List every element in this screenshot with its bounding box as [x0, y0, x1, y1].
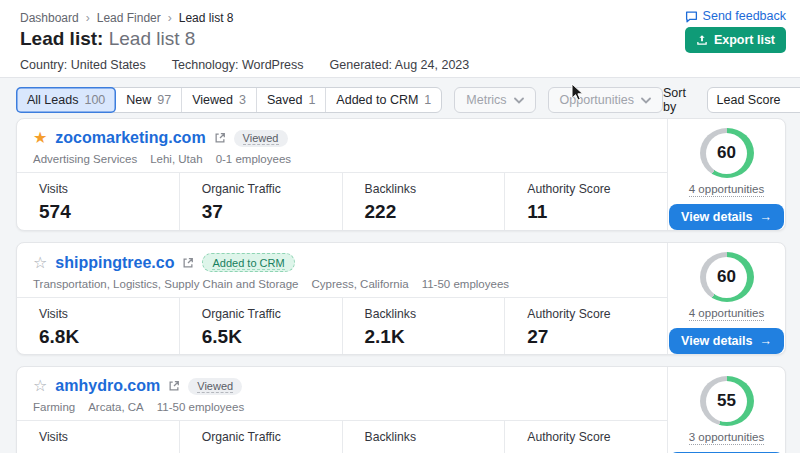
opportunities-link[interactable]: 3 opportunities — [689, 431, 764, 445]
lead-domain-link[interactable]: amhydro.com — [55, 377, 160, 395]
lead-score-value: 60 — [706, 257, 747, 298]
lead-card-list: ★ zocomarketing.com Viewed Advertising S… — [16, 118, 786, 453]
metric-label: Organic Traffic — [202, 307, 342, 321]
status-badge: Viewed — [234, 130, 288, 147]
tab-viewed-count: 3 — [239, 93, 246, 107]
send-feedback-link[interactable]: Send feedback — [685, 9, 786, 23]
lead-card-main: ★ zocomarketing.com Viewed Advertising S… — [17, 119, 667, 230]
lead-score-donut: 60 — [700, 128, 754, 178]
metric-organic-traffic: Organic Traffic — [179, 421, 342, 453]
sort-select[interactable]: Lead Score — [707, 87, 800, 113]
lead-info: Farming Arcata, CA 11-50 employees — [33, 401, 651, 413]
opportunities-dropdown-label: Opportunities — [560, 93, 634, 107]
metrics-dropdown[interactable]: Metrics — [454, 87, 535, 113]
lead-metrics-row: Visits 6.8K Organic Traffic 6.5K Backlin… — [17, 297, 667, 354]
lead-score-panel: 60 4 opportunities View details → — [667, 243, 785, 354]
metric-organic-traffic: Organic Traffic 6.5K — [179, 298, 342, 354]
tab-saved-label: Saved — [267, 93, 302, 107]
lead-card: ☆ amhydro.com Viewed Farming Arcata, CA … — [16, 366, 786, 453]
lead-score-value: 55 — [706, 381, 747, 422]
filter-toolbar: All Leads 100 New 97 Viewed 3 Saved 1 Ad… — [16, 87, 786, 113]
opportunities-link[interactable]: 4 opportunities — [689, 307, 764, 321]
arrow-right-icon: → — [759, 334, 772, 348]
meta-country: Country: United States — [20, 58, 146, 72]
send-feedback-label: Send feedback — [703, 9, 786, 23]
lead-finder-screen: Dashboard › Lead Finder › Lead list 8 Se… — [0, 0, 800, 453]
breadcrumb-separator: › — [86, 11, 90, 25]
page-title: Lead list: Lead list 8 — [20, 28, 195, 50]
lead-metrics-row: Visits 574 Organic Traffic 37 Backlinks … — [17, 172, 667, 230]
lead-domain-link[interactable]: shippingtree.co — [55, 254, 174, 272]
lead-employees: 0-1 employees — [216, 153, 291, 165]
page-title-value: Lead list 8 — [109, 28, 196, 49]
metric-label: Organic Traffic — [202, 430, 342, 444]
tab-added-to-crm[interactable]: Added to CRM 1 — [326, 88, 441, 112]
feedback-bubble-icon — [685, 10, 698, 23]
star-filled-icon[interactable]: ★ — [33, 130, 47, 146]
external-link-icon[interactable] — [182, 257, 194, 269]
tab-all-leads-count: 100 — [84, 93, 105, 107]
lead-score-donut: 60 — [700, 252, 754, 302]
metric-authority-score: Authority Score 27 — [504, 298, 667, 354]
breadcrumb-dashboard[interactable]: Dashboard — [20, 11, 79, 25]
external-link-icon[interactable] — [168, 380, 180, 392]
view-details-button[interactable]: View details → — [669, 328, 784, 354]
metric-organic-traffic: Organic Traffic 37 — [179, 173, 342, 230]
lead-status-tabs: All Leads 100 New 97 Viewed 3 Saved 1 Ad… — [16, 87, 442, 113]
metric-value: 6.5K — [202, 326, 342, 348]
meta-generated: Generated: Aug 24, 2023 — [330, 58, 470, 72]
metric-authority-score: Authority Score — [504, 421, 667, 453]
tab-new-count: 97 — [157, 93, 171, 107]
export-list-button[interactable]: Export list — [685, 27, 786, 53]
metric-label: Authority Score — [527, 430, 667, 444]
star-outline-icon[interactable]: ☆ — [33, 378, 47, 394]
metric-label: Visits — [39, 182, 179, 196]
lead-employees: 11-50 employees — [422, 278, 509, 290]
external-link-icon[interactable] — [214, 132, 226, 144]
status-badge: Added to CRM — [202, 253, 294, 272]
breadcrumb-lead-finder[interactable]: Lead Finder — [97, 11, 161, 25]
tab-added-to-crm-count: 1 — [424, 93, 431, 107]
meta-technology: Technology: WordPress — [172, 58, 304, 72]
metric-value: 11 — [527, 201, 667, 223]
lead-domain-link[interactable]: zocomarketing.com — [55, 129, 205, 147]
tab-saved[interactable]: Saved 1 — [257, 88, 326, 112]
opportunities-dropdown[interactable]: Opportunities — [548, 87, 663, 113]
star-outline-icon[interactable]: ☆ — [33, 255, 47, 271]
status-badge: Viewed — [188, 378, 242, 395]
metrics-dropdown-label: Metrics — [466, 93, 506, 107]
arrow-right-icon: → — [759, 210, 772, 224]
lead-metrics-row: Visits Organic Traffic Backlinks Authori… — [17, 420, 667, 453]
lead-score-panel: 60 4 opportunities View details → — [667, 119, 785, 230]
tab-viewed[interactable]: Viewed 3 — [182, 88, 257, 112]
view-details-label: View details — [681, 334, 752, 348]
view-details-button[interactable]: View details → — [669, 204, 784, 230]
page-title-label: Lead list: — [20, 28, 103, 49]
tab-all-leads[interactable]: All Leads 100 — [16, 87, 116, 113]
metric-label: Organic Traffic — [202, 182, 342, 196]
metric-label: Backlinks — [365, 430, 505, 444]
tab-new[interactable]: New 97 — [116, 88, 182, 112]
lead-score-donut: 55 — [700, 376, 754, 426]
metric-value: 574 — [39, 201, 179, 223]
lead-card: ★ zocomarketing.com Viewed Advertising S… — [16, 118, 786, 231]
metric-visits: Visits 574 — [17, 173, 179, 230]
lead-card: ☆ shippingtree.co Added to CRM Transport… — [16, 242, 786, 355]
lead-card-header: ★ zocomarketing.com Viewed Advertising S… — [17, 119, 667, 172]
lead-card-main: ☆ amhydro.com Viewed Farming Arcata, CA … — [17, 367, 667, 453]
chevron-down-icon — [641, 97, 651, 104]
status-badge-label: Viewed — [243, 132, 279, 145]
metric-label: Visits — [39, 307, 179, 321]
sort-area: Sort by Lead Score — [663, 86, 800, 114]
list-meta: Country: United States Technology: WordP… — [20, 58, 469, 72]
lead-card-header: ☆ amhydro.com Viewed Farming Arcata, CA … — [17, 367, 667, 420]
chevron-down-icon — [514, 97, 524, 104]
tab-viewed-label: Viewed — [192, 93, 233, 107]
tab-all-leads-label: All Leads — [27, 93, 78, 107]
view-details-label: View details — [681, 210, 752, 224]
metric-backlinks: Backlinks 222 — [342, 173, 505, 230]
lead-location: Cypress, California — [312, 278, 409, 290]
lead-employees: 11-50 employees — [157, 401, 244, 413]
lead-industry: Farming — [33, 401, 75, 413]
opportunities-link[interactable]: 4 opportunities — [689, 183, 764, 197]
